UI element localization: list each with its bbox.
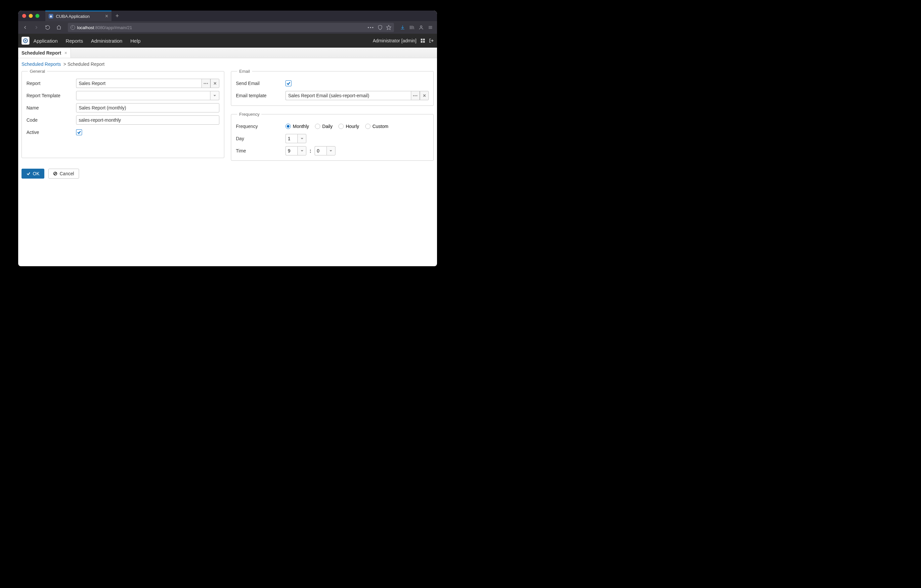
url-bar[interactable]: localhost:8080/app/#main/21 ••• — [68, 23, 394, 32]
minimize-window-button[interactable] — [29, 14, 33, 18]
menu-reports[interactable]: Reports — [65, 38, 83, 44]
menu-application[interactable]: Application — [33, 38, 57, 44]
email-template-picker: Sales Report Email (sales-report-email) … — [285, 91, 429, 100]
page-content: Scheduled Reports > Scheduled Report Gen… — [18, 58, 437, 182]
radio-daily-label: Daily — [322, 124, 332, 129]
logout-icon[interactable] — [429, 38, 434, 43]
account-icon[interactable] — [418, 25, 424, 30]
svg-line-14 — [54, 173, 56, 175]
report-picker: Sales Report ••• — [76, 79, 219, 88]
report-template-value[interactable] — [76, 91, 210, 100]
radio-daily[interactable]: Daily — [315, 124, 332, 129]
label-day: Day — [236, 136, 285, 141]
radio-circle-icon — [285, 124, 291, 129]
menu-administration[interactable]: Administration — [91, 38, 122, 44]
url-rest: :8080/app/#main/21 — [94, 25, 132, 30]
cancel-button[interactable]: Cancel — [48, 169, 79, 179]
minute-spinner[interactable]: 0 — [315, 146, 335, 156]
report-clear-button[interactable] — [210, 79, 219, 88]
svg-rect-10 — [423, 41, 425, 43]
time-separator: : — [310, 148, 311, 153]
close-window-button[interactable] — [22, 14, 26, 18]
code-input[interactable]: sales-report-monthly — [76, 115, 219, 125]
day-spinner[interactable]: 1 — [285, 134, 306, 143]
ok-button-label: OK — [33, 171, 39, 176]
radio-hourly[interactable]: Hourly — [338, 124, 359, 129]
breadcrumb-link[interactable]: Scheduled Reports — [21, 62, 61, 67]
radio-circle-icon — [365, 124, 371, 129]
maximize-window-button[interactable] — [36, 14, 39, 18]
reader-shield-icon[interactable] — [378, 25, 383, 30]
main-menu: Application Reports Administration Help — [33, 38, 141, 44]
cancel-button-label: Cancel — [60, 171, 74, 176]
label-send-email: Send Email — [236, 81, 285, 86]
label-email-template: Email template — [236, 93, 285, 98]
user-indicator: Administrator [admin] — [373, 38, 434, 43]
breadcrumb-current: Scheduled Report — [67, 62, 104, 67]
email-template-lookup-button[interactable]: ••• — [411, 91, 420, 100]
home-button[interactable] — [54, 23, 64, 32]
tab-title: CUBA Application — [56, 14, 89, 19]
browser-toolbar: localhost:8080/app/#main/21 ••• — [18, 21, 437, 34]
radio-circle-icon — [315, 124, 320, 129]
group-email-legend: Email — [237, 69, 252, 74]
minute-dropdown-button[interactable] — [327, 146, 335, 156]
label-report-template: Report Template — [26, 93, 76, 98]
app-tab-scheduled-report[interactable]: Scheduled Report × — [18, 48, 71, 58]
ok-button[interactable]: OK — [21, 169, 44, 179]
day-dropdown-button[interactable] — [298, 134, 306, 143]
site-info-icon[interactable] — [70, 25, 75, 30]
cancel-icon — [53, 172, 57, 175]
check-icon — [26, 172, 31, 175]
meatball-icon[interactable]: ••• — [368, 25, 374, 30]
send-email-checkbox[interactable] — [285, 80, 291, 86]
breadcrumb: Scheduled Reports > Scheduled Report — [21, 62, 434, 67]
favicon: ◉ — [49, 14, 53, 18]
report-template-dropdown-button[interactable] — [210, 91, 219, 100]
svg-rect-7 — [421, 39, 423, 41]
day-value[interactable]: 1 — [285, 134, 298, 143]
email-template-clear-button[interactable] — [420, 91, 429, 100]
label-frequency: Frequency — [236, 124, 285, 129]
name-input[interactable]: Sales Report (monthly) — [76, 103, 219, 112]
new-tab-button[interactable]: + — [111, 11, 123, 21]
app-logo[interactable] — [21, 37, 29, 45]
label-name: Name — [26, 105, 76, 110]
radio-monthly-label: Monthly — [293, 124, 309, 129]
reload-button[interactable] — [43, 23, 53, 32]
frequency-options: Monthly Daily Hourly — [285, 124, 388, 129]
tab-close-icon[interactable]: × — [105, 13, 108, 19]
dashboard-icon[interactable] — [420, 38, 425, 43]
label-time: Time — [236, 148, 285, 153]
radio-monthly[interactable]: Monthly — [285, 124, 309, 129]
report-lookup-button[interactable]: ••• — [202, 79, 210, 88]
svg-rect-8 — [423, 39, 425, 41]
minute-value[interactable]: 0 — [315, 146, 327, 156]
window-controls — [18, 11, 43, 21]
hour-dropdown-button[interactable] — [298, 146, 306, 156]
forward-button[interactable] — [31, 23, 41, 32]
group-frequency-legend: Frequency — [237, 112, 261, 117]
library-icon[interactable] — [409, 25, 415, 30]
hour-spinner[interactable]: 9 — [285, 146, 306, 156]
browser-titlebar: ◉ CUBA Application × + — [18, 11, 437, 21]
hamburger-menu-icon[interactable] — [428, 25, 433, 30]
active-checkbox[interactable] — [76, 129, 82, 135]
back-button[interactable] — [20, 23, 30, 32]
svg-point-1 — [420, 26, 422, 28]
report-template-combo[interactable] — [76, 91, 219, 100]
svg-rect-9 — [421, 41, 423, 43]
app-tabsheet: Scheduled Report × — [18, 48, 437, 58]
hour-value[interactable]: 9 — [285, 146, 298, 156]
radio-custom[interactable]: Custom — [365, 124, 388, 129]
browser-tab[interactable]: ◉ CUBA Application × — [45, 11, 111, 21]
label-active: Active — [26, 130, 76, 135]
email-template-input[interactable]: Sales Report Email (sales-report-email) — [285, 91, 411, 100]
app-tab-close-icon[interactable]: × — [65, 50, 67, 55]
label-code: Code — [26, 117, 76, 123]
group-email: Email Send Email Email template Sales Re… — [231, 69, 434, 106]
report-input[interactable]: Sales Report — [76, 79, 202, 88]
bookmark-star-icon[interactable] — [386, 25, 391, 30]
menu-help[interactable]: Help — [130, 38, 141, 44]
downloads-icon[interactable] — [400, 25, 405, 30]
